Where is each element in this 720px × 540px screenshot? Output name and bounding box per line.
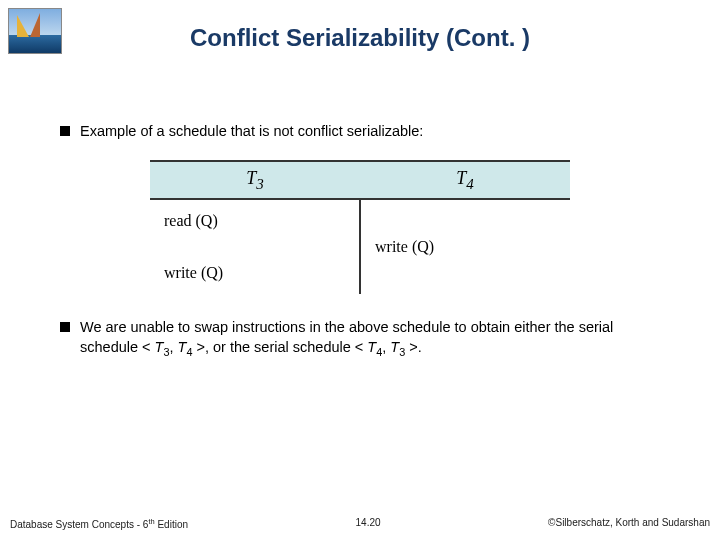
schedule-col-t4: write (Q) — [361, 200, 570, 294]
footer-center: 14.20 — [356, 517, 381, 530]
schedule-op-empty — [164, 234, 359, 260]
footer-left: Database System Concepts - 6th Edition — [10, 517, 188, 530]
schedule-header-t3: T3 — [150, 162, 360, 199]
schedule-col-t3: read (Q) write (Q) — [150, 200, 361, 294]
schedule-op: write (Q) — [375, 234, 570, 260]
bullet-1-text: Example of a schedule that is not confli… — [80, 122, 423, 142]
schedule-table: T3 T4 read (Q) write (Q) write (Q) — [150, 160, 570, 295]
schedule-op-empty — [375, 260, 570, 286]
slide-title: Conflict Serializability (Cont. ) — [0, 0, 720, 52]
bullet-1: Example of a schedule that is not confli… — [60, 122, 660, 142]
logo-image — [8, 8, 62, 54]
bullet-2-text: We are unable to swap instructions in th… — [80, 318, 660, 359]
footer-right: ©Silberschatz, Korth and Sudarshan — [548, 517, 710, 530]
bullet-icon — [60, 126, 70, 136]
slide-content: Example of a schedule that is not confli… — [0, 52, 720, 359]
slide-footer: Database System Concepts - 6th Edition 1… — [0, 517, 720, 530]
schedule-op: write (Q) — [164, 260, 359, 286]
bullet-2: We are unable to swap instructions in th… — [60, 318, 660, 359]
schedule-op-empty — [375, 208, 570, 234]
schedule-header: T3 T4 — [150, 160, 570, 201]
schedule-header-t4: T4 — [360, 162, 570, 199]
schedule-body: read (Q) write (Q) write (Q) — [150, 200, 570, 294]
schedule-op: read (Q) — [164, 208, 359, 234]
bullet-icon — [60, 322, 70, 332]
